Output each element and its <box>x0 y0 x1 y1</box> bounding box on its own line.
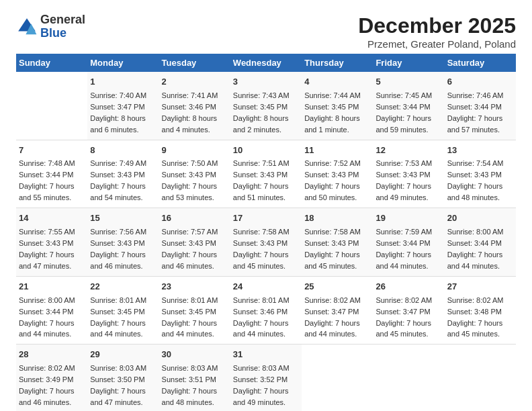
week-row-5: 28Sunrise: 8:02 AM Sunset: 3:49 PM Dayli… <box>16 345 516 411</box>
day-number: 29 <box>90 349 156 361</box>
day-info: Sunrise: 8:01 AM Sunset: 3:45 PM Dayligh… <box>90 296 146 338</box>
day-info: Sunrise: 7:40 AM Sunset: 3:47 PM Dayligh… <box>90 91 146 134</box>
day-info: Sunrise: 8:00 AM Sunset: 3:44 PM Dayligh… <box>19 296 75 338</box>
calendar-cell: 22Sunrise: 8:01 AM Sunset: 3:45 PM Dayli… <box>87 276 159 345</box>
calendar-cell <box>373 345 444 411</box>
calendar-cell: 10Sunrise: 7:51 AM Sunset: 3:43 PM Dayli… <box>230 140 302 208</box>
day-number: 19 <box>375 212 441 225</box>
calendar-cell: 31Sunrise: 8:03 AM Sunset: 3:52 PM Dayli… <box>230 345 302 411</box>
calendar-cell: 16Sunrise: 7:57 AM Sunset: 3:43 PM Dayli… <box>159 208 230 277</box>
weekday-header-thursday: Thursday <box>302 54 373 72</box>
day-number: 22 <box>90 281 156 293</box>
day-info: Sunrise: 8:02 AM Sunset: 3:49 PM Dayligh… <box>19 364 75 406</box>
day-number: 21 <box>19 281 85 293</box>
day-number: 7 <box>19 144 85 157</box>
day-number: 20 <box>447 212 513 225</box>
calendar-cell: 3Sunrise: 7:43 AM Sunset: 3:45 PM Daylig… <box>230 72 302 140</box>
calendar-cell: 8Sunrise: 7:49 AM Sunset: 3:43 PM Daylig… <box>87 140 159 208</box>
day-number: 6 <box>447 76 513 89</box>
calendar-cell: 19Sunrise: 7:59 AM Sunset: 3:44 PM Dayli… <box>373 208 444 277</box>
weekday-header-friday: Friday <box>373 54 444 72</box>
subtitle: Przemet, Greater Poland, Poland <box>358 38 516 50</box>
logo-icon <box>16 16 38 38</box>
calendar-cell: 2Sunrise: 7:41 AM Sunset: 3:46 PM Daylig… <box>159 72 230 140</box>
calendar-cell: 30Sunrise: 8:03 AM Sunset: 3:51 PM Dayli… <box>159 345 230 411</box>
day-number: 9 <box>162 144 228 157</box>
main-title: December 2025 <box>358 13 516 38</box>
week-row-1: 1Sunrise: 7:40 AM Sunset: 3:47 PM Daylig… <box>16 72 516 140</box>
calendar-cell: 4Sunrise: 7:44 AM Sunset: 3:45 PM Daylig… <box>302 72 373 140</box>
day-info: Sunrise: 8:02 AM Sunset: 3:48 PM Dayligh… <box>447 296 504 338</box>
weekday-header-wednesday: Wednesday <box>230 54 302 72</box>
calendar-cell: 27Sunrise: 8:02 AM Sunset: 3:48 PM Dayli… <box>445 276 516 345</box>
title-block: December 2025 Przemet, Greater Poland, P… <box>358 13 516 50</box>
calendar-cell: 11Sunrise: 7:52 AM Sunset: 3:43 PM Dayli… <box>302 140 373 208</box>
day-number: 16 <box>162 212 228 225</box>
day-info: Sunrise: 7:51 AM Sunset: 3:43 PM Dayligh… <box>233 159 290 201</box>
day-info: Sunrise: 7:52 AM Sunset: 3:43 PM Dayligh… <box>304 159 361 201</box>
day-info: Sunrise: 7:48 AM Sunset: 3:44 PM Dayligh… <box>19 159 75 201</box>
day-number: 10 <box>233 144 299 157</box>
calendar-cell: 24Sunrise: 8:01 AM Sunset: 3:46 PM Dayli… <box>230 276 302 345</box>
weekday-header-saturday: Saturday <box>445 54 516 72</box>
day-number: 30 <box>162 349 228 361</box>
logo: General Blue <box>16 13 85 40</box>
calendar-cell: 7Sunrise: 7:48 AM Sunset: 3:44 PM Daylig… <box>16 140 87 208</box>
calendar-cell: 1Sunrise: 7:40 AM Sunset: 3:47 PM Daylig… <box>87 72 159 140</box>
calendar-cell: 26Sunrise: 8:02 AM Sunset: 3:47 PM Dayli… <box>373 276 444 345</box>
day-number: 3 <box>233 76 299 89</box>
day-info: Sunrise: 8:03 AM Sunset: 3:51 PM Dayligh… <box>162 364 218 406</box>
weekday-header-monday: Monday <box>87 54 159 72</box>
day-info: Sunrise: 7:59 AM Sunset: 3:44 PM Dayligh… <box>375 228 432 270</box>
day-info: Sunrise: 8:03 AM Sunset: 3:52 PM Dayligh… <box>233 364 290 406</box>
calendar-cell: 13Sunrise: 7:54 AM Sunset: 3:43 PM Dayli… <box>445 140 516 208</box>
day-info: Sunrise: 7:49 AM Sunset: 3:43 PM Dayligh… <box>90 159 146 201</box>
day-info: Sunrise: 7:57 AM Sunset: 3:43 PM Dayligh… <box>162 228 218 270</box>
day-info: Sunrise: 8:01 AM Sunset: 3:46 PM Dayligh… <box>233 296 290 338</box>
day-info: Sunrise: 7:54 AM Sunset: 3:43 PM Dayligh… <box>447 159 504 201</box>
day-number: 23 <box>162 281 228 293</box>
day-number: 13 <box>447 144 513 157</box>
day-info: Sunrise: 7:53 AM Sunset: 3:43 PM Dayligh… <box>375 159 432 201</box>
day-info: Sunrise: 7:44 AM Sunset: 3:45 PM Dayligh… <box>304 91 361 134</box>
calendar-cell <box>302 345 373 411</box>
logo-text: General Blue <box>40 13 85 40</box>
day-number: 27 <box>447 281 513 293</box>
calendar-cell: 18Sunrise: 7:58 AM Sunset: 3:43 PM Dayli… <box>302 208 373 277</box>
day-number: 2 <box>162 76 228 89</box>
day-info: Sunrise: 8:01 AM Sunset: 3:45 PM Dayligh… <box>162 296 218 338</box>
day-info: Sunrise: 7:41 AM Sunset: 3:46 PM Dayligh… <box>162 91 218 134</box>
calendar-cell: 17Sunrise: 7:58 AM Sunset: 3:43 PM Dayli… <box>230 208 302 277</box>
day-info: Sunrise: 7:58 AM Sunset: 3:43 PM Dayligh… <box>233 228 290 270</box>
page-header: General Blue December 2025 Przemet, Grea… <box>16 13 516 50</box>
day-number: 14 <box>19 212 85 225</box>
week-row-4: 21Sunrise: 8:00 AM Sunset: 3:44 PM Dayli… <box>16 276 516 345</box>
calendar-cell: 5Sunrise: 7:45 AM Sunset: 3:44 PM Daylig… <box>373 72 444 140</box>
day-number: 18 <box>304 212 370 225</box>
calendar-cell: 29Sunrise: 8:03 AM Sunset: 3:50 PM Dayli… <box>87 345 159 411</box>
week-row-2: 7Sunrise: 7:48 AM Sunset: 3:44 PM Daylig… <box>16 140 516 208</box>
calendar-body: 1Sunrise: 7:40 AM Sunset: 3:47 PM Daylig… <box>16 72 516 411</box>
day-info: Sunrise: 8:02 AM Sunset: 3:47 PM Dayligh… <box>304 296 361 338</box>
day-number: 11 <box>304 144 370 157</box>
calendar-cell: 21Sunrise: 8:00 AM Sunset: 3:44 PM Dayli… <box>16 276 87 345</box>
calendar-cell: 9Sunrise: 7:50 AM Sunset: 3:43 PM Daylig… <box>159 140 230 208</box>
day-info: Sunrise: 7:56 AM Sunset: 3:43 PM Dayligh… <box>90 228 146 270</box>
day-number: 8 <box>90 144 156 157</box>
day-number: 5 <box>375 76 441 89</box>
day-info: Sunrise: 8:00 AM Sunset: 3:44 PM Dayligh… <box>447 228 504 270</box>
day-info: Sunrise: 7:43 AM Sunset: 3:45 PM Dayligh… <box>233 91 290 134</box>
day-number: 17 <box>233 212 299 225</box>
calendar-table: SundayMondayTuesdayWednesdayThursdayFrid… <box>16 54 516 411</box>
day-number: 12 <box>375 144 441 157</box>
day-number: 15 <box>90 212 156 225</box>
calendar-cell: 23Sunrise: 8:01 AM Sunset: 3:45 PM Dayli… <box>159 276 230 345</box>
weekday-header-row: SundayMondayTuesdayWednesdayThursdayFrid… <box>16 54 516 72</box>
day-info: Sunrise: 7:46 AM Sunset: 3:44 PM Dayligh… <box>447 91 504 134</box>
day-number: 28 <box>19 349 85 361</box>
calendar-cell <box>16 72 87 140</box>
calendar-cell: 12Sunrise: 7:53 AM Sunset: 3:43 PM Dayli… <box>373 140 444 208</box>
day-number: 31 <box>233 349 299 361</box>
calendar-cell: 6Sunrise: 7:46 AM Sunset: 3:44 PM Daylig… <box>445 72 516 140</box>
day-info: Sunrise: 7:55 AM Sunset: 3:43 PM Dayligh… <box>19 228 75 270</box>
